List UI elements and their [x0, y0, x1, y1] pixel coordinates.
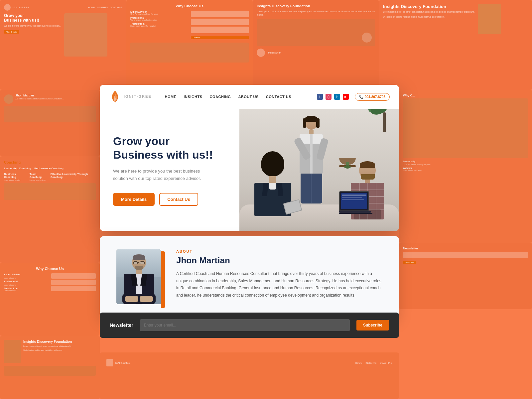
newsletter-label: Newsletter: [110, 323, 133, 328]
about-card: ABOUT Jhon Martian A Certified Coach and…: [100, 236, 399, 319]
phone-button[interactable]: 📞 904-807-8793: [355, 93, 390, 101]
instagram-icon[interactable]: ◯: [326, 94, 332, 100]
nav-coaching[interactable]: COACHING: [210, 95, 231, 99]
social-links: f ◯ in ▶ 📞 904-807-8793: [317, 93, 390, 101]
seated-person-left: [249, 151, 296, 218]
logo-icon: [109, 90, 121, 103]
newsletter-section: Newsletter Subscribe: [100, 313, 399, 338]
contact-us-button[interactable]: Contact Us: [159, 193, 198, 206]
nav-contact[interactable]: CONTACT US: [266, 95, 291, 99]
facebook-icon[interactable]: f: [317, 94, 323, 100]
presenter-person: [295, 116, 328, 209]
logo-text: IGNIT·GREE: [124, 94, 152, 99]
hero-content: Grow yourBusiness with us!! We are here …: [100, 109, 239, 231]
logo: IGNIT·GREE: [109, 90, 152, 103]
nav-about[interactable]: ABOUT US: [238, 95, 258, 99]
hero-buttons: More Details Contact Us: [113, 193, 226, 206]
nav-links: HOME INSIGHTS COACHING ABOUT US CONTACT …: [165, 95, 292, 99]
navbar: IGNIT·GREE HOME INSIGHTS COACHING ABOUT …: [100, 85, 399, 109]
about-image-accent: [161, 251, 165, 308]
about-content: ABOUT Jhon Martian A Certified Coach and…: [176, 249, 382, 299]
plant: [383, 112, 386, 132]
nav-home[interactable]: HOME: [165, 95, 177, 99]
newsletter-subscribe-button[interactable]: Subscribe: [356, 320, 389, 331]
hero-title: Grow yourBusiness with us!!: [113, 134, 226, 162]
hero-section: Grow yourBusiness with us!! We are here …: [100, 109, 399, 231]
youtube-icon[interactable]: ▶: [343, 94, 349, 100]
about-person-photo: [116, 249, 161, 304]
more-details-button[interactable]: More Details: [113, 193, 155, 206]
hero-image: [239, 109, 399, 231]
phone-number: 904-807-8793: [365, 95, 385, 99]
about-section-label: ABOUT: [176, 249, 382, 253]
phone-icon: 📞: [359, 95, 363, 99]
main-hero-card: IGNIT·GREE HOME INSIGHTS COACHING ABOUT …: [100, 85, 399, 231]
laptop: [339, 191, 372, 213]
svg-point-4: [369, 109, 389, 117]
nav-insights[interactable]: INSIGHTS: [184, 95, 202, 99]
about-person-name: Jhon Martian: [176, 255, 382, 266]
hero-subtitle: We are here to provide you the best busi…: [113, 168, 206, 182]
linkedin-icon[interactable]: in: [334, 94, 340, 100]
about-image-wrapper: [116, 249, 163, 306]
about-description: A Certified Coach and Human Resources Co…: [176, 270, 382, 299]
newsletter-email-input[interactable]: [140, 319, 350, 331]
